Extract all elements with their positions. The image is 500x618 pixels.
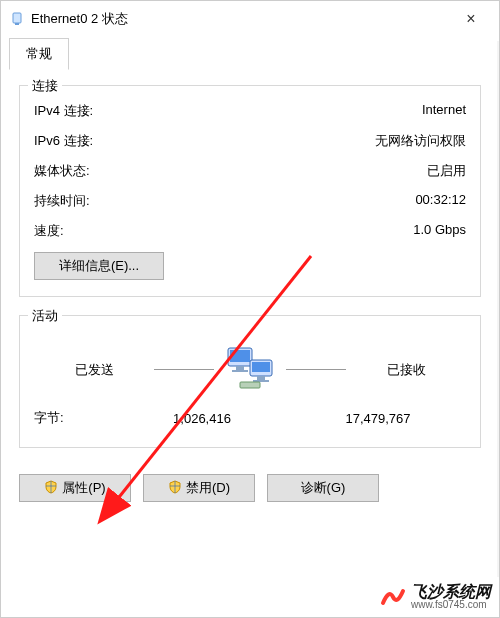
properties-button[interactable]: 属性(P) bbox=[19, 474, 131, 502]
svg-rect-0 bbox=[13, 13, 21, 23]
watermark: 飞沙系统网 www.fs0745.com bbox=[379, 583, 491, 611]
dialog-window: Ethernet0 2 状态 × 常规 连接 IPv4 连接: Internet… bbox=[0, 0, 500, 618]
svg-rect-5 bbox=[232, 370, 248, 372]
speed-label: 速度: bbox=[34, 222, 64, 240]
right-edge-shadow bbox=[497, 41, 499, 577]
row-duration: 持续时间: 00:32:12 bbox=[34, 186, 466, 216]
activity-line-left bbox=[154, 369, 214, 370]
disable-button-label: 禁用(D) bbox=[186, 479, 230, 497]
media-value: 已启用 bbox=[427, 162, 466, 180]
activity-diagram: 已发送 已接收 bbox=[34, 346, 466, 393]
diagnose-button[interactable]: 诊断(G) bbox=[267, 474, 379, 502]
tab-strip: 常规 bbox=[1, 37, 499, 71]
svg-rect-7 bbox=[252, 362, 270, 372]
ipv4-label: IPv4 连接: bbox=[34, 102, 93, 120]
activity-line-right bbox=[286, 369, 346, 370]
network-adapter-icon bbox=[9, 11, 25, 27]
row-media: 媒体状态: 已启用 bbox=[34, 156, 466, 186]
svg-rect-8 bbox=[257, 376, 265, 380]
duration-value: 00:32:12 bbox=[415, 192, 466, 210]
row-ipv4: IPv4 连接: Internet bbox=[34, 96, 466, 126]
bytes-label: 字节: bbox=[34, 409, 114, 427]
group-connection: 连接 IPv4 连接: Internet IPv6 连接: 无网络访问权限 媒体… bbox=[19, 85, 481, 297]
svg-rect-4 bbox=[236, 366, 244, 370]
properties-button-label: 属性(P) bbox=[62, 479, 105, 497]
ipv6-value: 无网络访问权限 bbox=[375, 132, 466, 150]
watermark-sub: www.fs0745.com bbox=[411, 600, 491, 610]
diagnose-button-label: 诊断(G) bbox=[301, 479, 346, 497]
svg-rect-3 bbox=[230, 350, 250, 362]
window-title: Ethernet0 2 状态 bbox=[31, 10, 451, 28]
row-speed: 速度: 1.0 Gbps bbox=[34, 216, 466, 246]
watermark-main: 飞沙系统网 bbox=[411, 584, 491, 600]
computers-icon bbox=[222, 346, 278, 393]
received-label: 已接收 bbox=[346, 361, 466, 379]
group-connection-legend: 连接 bbox=[28, 77, 62, 95]
group-activity-legend: 活动 bbox=[28, 307, 62, 325]
sent-label: 已发送 bbox=[34, 361, 154, 379]
row-ipv6: IPv6 连接: 无网络访问权限 bbox=[34, 126, 466, 156]
titlebar: Ethernet0 2 状态 × bbox=[1, 1, 499, 37]
shield-icon bbox=[168, 480, 182, 497]
media-label: 媒体状态: bbox=[34, 162, 90, 180]
speed-value: 1.0 Gbps bbox=[413, 222, 466, 240]
ipv6-label: IPv6 连接: bbox=[34, 132, 93, 150]
svg-rect-1 bbox=[15, 23, 19, 25]
content-panel: 连接 IPv4 连接: Internet IPv6 连接: 无网络访问权限 媒体… bbox=[1, 71, 499, 512]
watermark-icon bbox=[379, 583, 407, 611]
ipv4-value: Internet bbox=[422, 102, 466, 120]
duration-label: 持续时间: bbox=[34, 192, 90, 210]
tab-general[interactable]: 常规 bbox=[9, 38, 69, 70]
sent-bytes: 1,026,416 bbox=[114, 411, 290, 426]
disable-button[interactable]: 禁用(D) bbox=[143, 474, 255, 502]
received-bytes: 17,479,767 bbox=[290, 411, 466, 426]
bytes-row: 字节: 1,026,416 17,479,767 bbox=[34, 409, 466, 427]
details-button[interactable]: 详细信息(E)... bbox=[34, 252, 164, 280]
close-button[interactable]: × bbox=[451, 10, 491, 28]
shield-icon bbox=[44, 480, 58, 497]
footer-buttons: 属性(P) 禁用(D) 诊断(G) bbox=[19, 474, 481, 502]
svg-rect-10 bbox=[240, 382, 260, 388]
group-activity: 活动 已发送 bbox=[19, 315, 481, 448]
